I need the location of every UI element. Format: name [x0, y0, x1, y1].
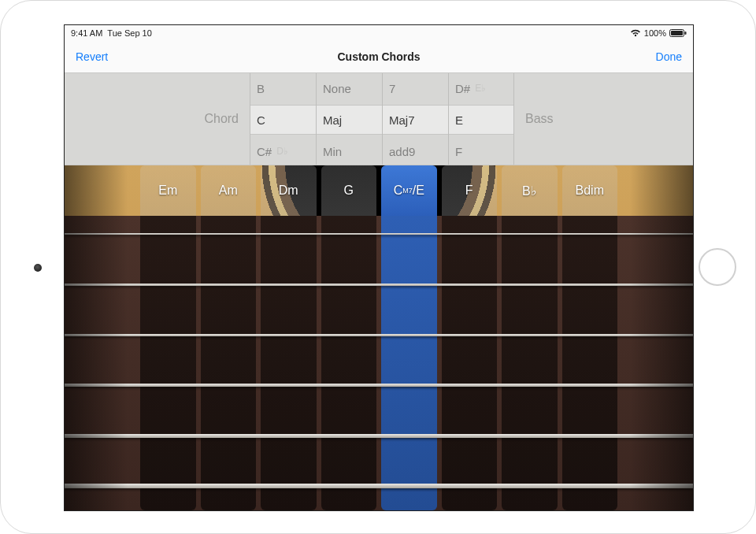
status-date: Tue Sep 10	[107, 28, 151, 38]
chord-column[interactable]	[442, 216, 498, 510]
chord-column[interactable]	[381, 216, 437, 510]
picker-row: 7	[383, 73, 448, 103]
chord-strip[interactable]: Em	[140, 165, 196, 510]
chord-strip[interactable]: F	[442, 165, 498, 510]
picker-row: Maj7	[383, 105, 448, 135]
status-bar: 9:41 AM Tue Sep 10 100%	[65, 25, 693, 41]
camera-icon	[34, 264, 42, 272]
picker-row: E	[449, 105, 513, 135]
picker-column-0[interactable]: BCC#D♭	[250, 73, 316, 165]
chord-column[interactable]	[562, 216, 618, 510]
chord-strip[interactable]: Am	[201, 165, 257, 510]
chord-strip[interactable]: G	[321, 165, 377, 510]
picker-row: C#D♭	[250, 136, 316, 166]
picker-row: D#E♭	[449, 73, 513, 103]
picker-row: add9	[383, 136, 448, 166]
ipad-frame: 9:41 AM Tue Sep 10 100% Revert Custom Ch…	[0, 0, 756, 534]
svg-rect-2	[685, 32, 687, 35]
chord-column[interactable]	[261, 216, 317, 510]
chord-label: Dm	[261, 165, 317, 216]
nav-title: Custom Chords	[338, 50, 421, 63]
chord-strip[interactable]: Bdim	[562, 165, 618, 510]
chord-label: Bdim	[562, 165, 618, 216]
picker-column-3[interactable]: D#E♭EF	[448, 73, 514, 165]
guitar-area: EmAmDmGCM7/EFB♭Bdim	[65, 165, 693, 510]
chord-column[interactable]	[201, 216, 257, 510]
chord-strip[interactable]: B♭	[502, 165, 558, 510]
picker-row: None	[317, 73, 382, 103]
picker-row: F	[449, 136, 513, 166]
chord-label: Em	[140, 165, 196, 216]
chord-column[interactable]	[502, 216, 558, 510]
chord-label: Am	[201, 165, 257, 216]
chord-label: CM7/E	[381, 165, 437, 216]
picker-row: Maj	[317, 105, 382, 135]
home-button[interactable]	[699, 248, 736, 286]
done-button[interactable]: Done	[645, 41, 693, 72]
chord-strip[interactable]: CM7/E	[381, 165, 437, 510]
status-battery-pct: 100%	[644, 28, 666, 38]
wifi-icon	[630, 29, 641, 37]
chord-picker: Chord BCC#D♭NoneMajMin7Maj7add9D#E♭EF Ba…	[65, 72, 693, 165]
chord-column[interactable]	[321, 216, 377, 510]
status-time: 9:41 AM	[71, 28, 102, 38]
chord-strips: EmAmDmGCM7/EFB♭Bdim	[65, 165, 693, 510]
picker-column-1[interactable]: NoneMajMin	[316, 73, 382, 165]
chord-label: B♭	[502, 165, 558, 216]
nav-bar: Revert Custom Chords Done	[65, 41, 693, 72]
revert-button[interactable]: Revert	[65, 41, 119, 72]
chord-strip[interactable]: Dm	[261, 165, 317, 510]
picker-column-2[interactable]: 7Maj7add9	[382, 73, 448, 165]
svg-rect-1	[671, 31, 683, 35]
chord-label: G	[321, 165, 377, 216]
picker-row: B	[250, 73, 316, 103]
screen: 9:41 AM Tue Sep 10 100% Revert Custom Ch…	[64, 24, 694, 511]
battery-icon	[669, 29, 687, 37]
picker-row: Min	[317, 136, 382, 166]
chord-label: F	[442, 165, 498, 216]
picker-label-chord: Chord	[193, 112, 250, 126]
picker-row: C	[250, 105, 316, 135]
picker-label-bass: Bass	[514, 112, 565, 126]
chord-column[interactable]	[140, 216, 196, 510]
